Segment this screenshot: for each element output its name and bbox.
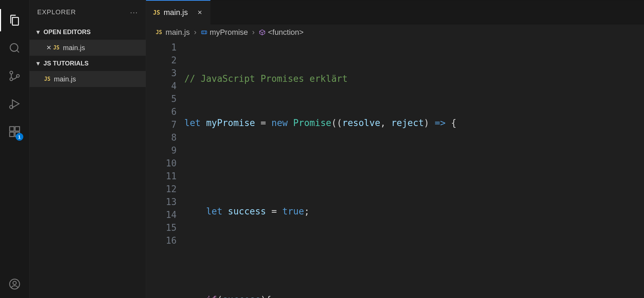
explorer-sidebar: EXPLORER ··· ▾ OPEN EDITORS ✕ JS main.js… — [30, 0, 146, 298]
file-item[interactable]: JS main.js — [30, 71, 146, 87]
open-editor-filename: main.js — [63, 44, 85, 52]
extensions-badge: 1 — [16, 133, 23, 141]
activity-bar: 1 — [0, 0, 30, 298]
function-icon — [259, 29, 266, 36]
svg-point-10 — [13, 281, 16, 285]
svg-point-0 — [10, 44, 18, 51]
js-file-icon: JS — [156, 29, 162, 36]
folder-label: JS TUTORIALS — [43, 60, 89, 67]
open-editors-header[interactable]: ▾ OPEN EDITORS — [30, 24, 146, 40]
breadcrumb-file[interactable]: main.js — [166, 28, 190, 37]
source-control-icon[interactable] — [0, 62, 30, 90]
extensions-icon[interactable]: 1 — [0, 118, 30, 146]
breadcrumbs[interactable]: JS main.js › myPromise › <function> — [146, 24, 644, 40]
open-editors-label: OPEN EDITORS — [43, 29, 91, 36]
variable-icon — [201, 29, 208, 36]
open-editor-item[interactable]: ✕ JS main.js — [30, 40, 146, 56]
tab-label: main.js — [163, 8, 188, 17]
svg-point-1 — [10, 71, 13, 74]
accounts-icon[interactable] — [0, 270, 30, 298]
breadcrumb-sep: › — [194, 28, 196, 37]
sidebar-title: EXPLORER — [37, 8, 76, 16]
tab-bar-empty — [210, 0, 644, 24]
file-name: main.js — [54, 75, 76, 83]
svg-rect-8 — [15, 127, 20, 131]
svg-rect-11 — [202, 31, 207, 34]
breadcrumb-symbol[interactable]: myPromise — [210, 28, 248, 37]
code-content[interactable]: // JavaScript Promises erklärt let myPro… — [184, 40, 644, 298]
js-file-icon: JS — [153, 9, 160, 16]
run-debug-icon[interactable] — [0, 90, 30, 118]
js-file-icon: JS — [44, 76, 50, 82]
tab-main-js[interactable]: JS main.js × — [146, 0, 210, 24]
line-number-gutter: 1 2 3 4 5 6 7 8 9 10 11 12 13 14 15 16 — [146, 40, 184, 298]
chevron-down-icon: ▾ — [34, 60, 41, 67]
close-tab-icon[interactable]: × — [198, 8, 202, 17]
breadcrumb-symbol[interactable]: <function> — [268, 28, 304, 37]
search-icon[interactable] — [0, 34, 30, 62]
folder-header[interactable]: ▾ JS TUTORIALS — [30, 56, 146, 71]
code-area[interactable]: 1 2 3 4 5 6 7 8 9 10 11 12 13 14 15 16 /… — [146, 40, 644, 298]
svg-point-2 — [10, 78, 13, 81]
explorer-icon[interactable] — [0, 6, 30, 34]
tab-bar: JS main.js × — [146, 0, 644, 24]
close-editor-icon[interactable]: ✕ — [44, 44, 53, 52]
breadcrumb-sep: › — [252, 28, 255, 37]
js-file-icon: JS — [53, 45, 59, 51]
editor: JS main.js × JS main.js › myPromise › <f… — [146, 0, 644, 298]
sidebar-more-icon[interactable]: ··· — [130, 8, 138, 16]
sidebar-header: EXPLORER ··· — [30, 0, 146, 24]
svg-rect-5 — [10, 127, 14, 131]
chevron-down-icon: ▾ — [34, 28, 41, 36]
svg-rect-6 — [10, 132, 14, 137]
